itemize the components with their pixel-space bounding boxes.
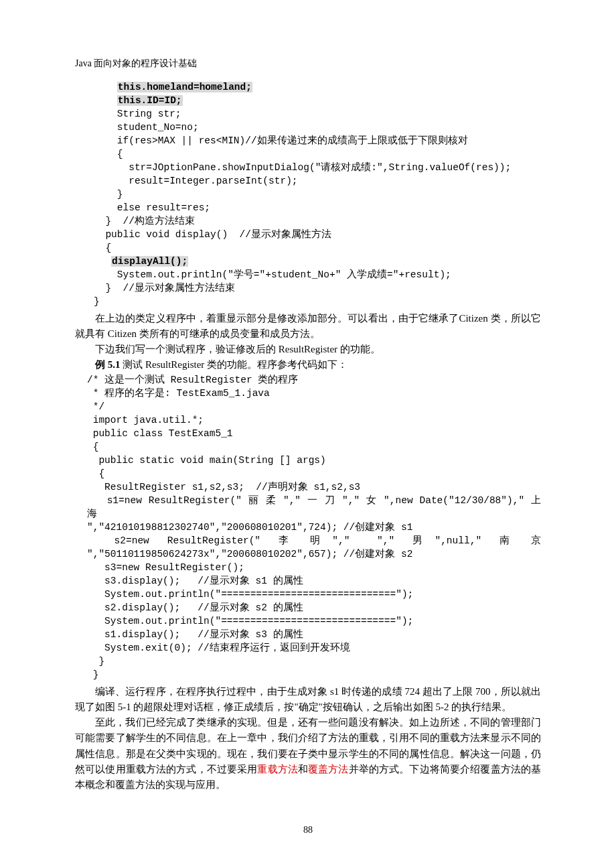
page-header: Java 面向对象的程序设计基础	[75, 56, 541, 71]
highlight-homeland: this.homeland=homeland;	[117, 82, 252, 92]
example-line: 例 5.1 测试 ResultRegister 类的功能。程序参考代码如下：	[75, 357, 541, 373]
paragraph-1: 在上边的类定义程序中，着重显示部分是修改添加部分。可以看出，由于它继承了Citi…	[75, 311, 541, 342]
code-block-2: /* 这是一个测试 ResultRegister 类的程序 * 程序的名字是: …	[75, 373, 541, 681]
red-term-overload: 重载方法	[257, 764, 298, 775]
example-label: 例 5.1	[95, 359, 121, 370]
highlight-displayall: displayAll();	[111, 256, 188, 267]
code-line-s1a: s1=new ResultRegister(" 丽 柔 "," 一 刀 "," …	[87, 494, 541, 521]
code-line-s2a: s2=new ResultRegister(" 李 明 "," "," 男 ",…	[87, 534, 541, 547]
paragraph-2: 下边我们写一个测试程序，验证修改后的 ResultRegister 的功能。	[75, 342, 541, 357]
highlight-id: this.ID=ID;	[117, 95, 183, 106]
page-number: 88	[0, 823, 616, 838]
code-block-1: this.homeland=homeland; this.ID=ID; Stri…	[75, 80, 541, 308]
paragraph-3: 编译、运行程序，在程序执行过程中，由于生成对象 s1 时传递的成绩 724 超出…	[75, 684, 541, 716]
paragraph-4: 至此，我们已经完成了类继承的实现。但是，还有一些问题没有解决。如上边所述，不同的…	[75, 715, 541, 793]
red-term-override: 覆盖方法	[308, 764, 349, 775]
